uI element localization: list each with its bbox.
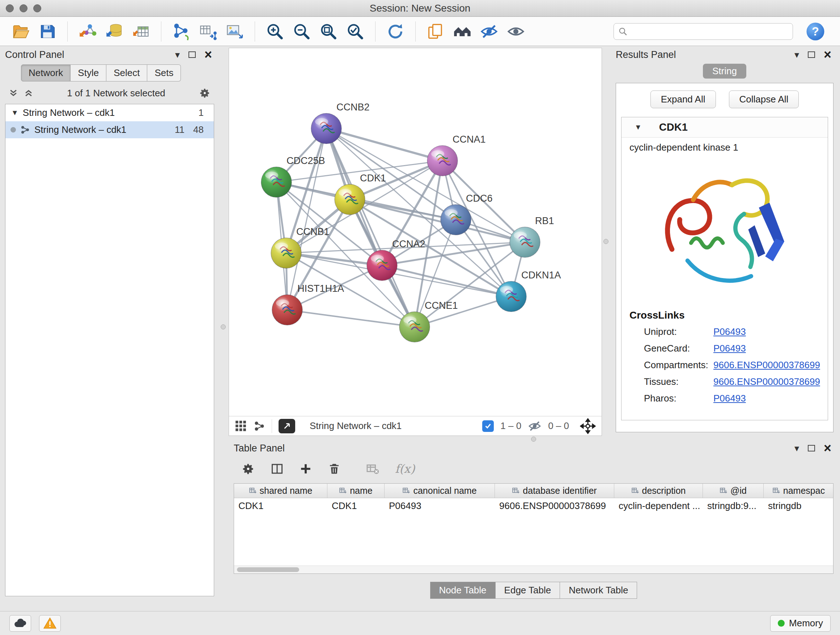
control-tab-sets[interactable]: Sets	[147, 65, 181, 81]
horizontal-scrollbar[interactable]	[234, 565, 833, 573]
save-session-button[interactable]	[35, 19, 59, 43]
protein-section-header[interactable]: ▼ CDK1	[622, 117, 828, 138]
toolbar-separator	[161, 21, 161, 42]
table-body: CDK1CDK1P064939606.ENSP00000378699cyclin…	[234, 498, 833, 513]
tab-network-table[interactable]: Network Table	[560, 582, 637, 599]
open-session-button[interactable]	[9, 19, 33, 43]
warning-button[interactable]	[39, 615, 61, 632]
panel-float-icon[interactable]	[808, 445, 815, 451]
crosslink-link[interactable]: 9606.ENSP00000378699	[714, 376, 820, 387]
network-overview-icon[interactable]	[254, 420, 265, 432]
scrollbar-thumb[interactable]	[237, 567, 299, 572]
control-tab-style[interactable]: Style	[71, 65, 106, 81]
import-table-button[interactable]	[129, 19, 153, 43]
crosslink-link[interactable]: P06493	[714, 343, 746, 354]
node-label-RB1: RB1	[535, 215, 554, 226]
zoom-fit-button[interactable]	[317, 19, 340, 43]
import-network-database-button[interactable]	[103, 19, 126, 43]
cloud-button[interactable]	[9, 615, 31, 632]
network-collection-row[interactable]: ▼ String Network – cdk1 1	[5, 104, 214, 121]
collapse-all-button[interactable]: Collapse All	[729, 90, 799, 108]
column-header-shared-name[interactable]: shared name	[234, 484, 327, 498]
column-header--id[interactable]: @id	[703, 484, 764, 498]
crosslink-link[interactable]: P06493	[714, 393, 746, 404]
zoom-out-button[interactable]	[290, 19, 314, 43]
panel-close-icon[interactable]: ×	[824, 48, 831, 61]
panel-close-icon[interactable]: ×	[204, 48, 212, 61]
grid-view-icon[interactable]	[235, 420, 247, 432]
node-label-CDKN1A: CDKN1A	[521, 270, 561, 280]
expand-triangle-icon[interactable]: ▼	[11, 109, 19, 117]
memory-button[interactable]: Memory	[770, 615, 831, 632]
export-image-button[interactable]	[223, 19, 247, 43]
hidden-eye-slash-icon[interactable]	[528, 419, 542, 433]
birdseye-toggle-button[interactable]	[279, 419, 295, 433]
network-glyph-icon	[20, 125, 30, 135]
column-header-description[interactable]: description	[614, 484, 703, 498]
search-field[interactable]	[614, 23, 793, 40]
panel-float-icon[interactable]	[188, 51, 196, 58]
crosslink-link[interactable]: 9606.ENSP00000378699	[714, 359, 820, 371]
clone-network-button[interactable]	[169, 19, 193, 43]
bottom-splitter-handle[interactable]	[531, 437, 536, 442]
import-network-file-button[interactable]	[76, 19, 99, 43]
crosslink-row: Pharos:P06493	[622, 390, 828, 407]
table-cell[interactable]: stringdb:9...	[703, 500, 764, 511]
window-close-button[interactable]	[6, 4, 14, 12]
add-column-icon[interactable]	[300, 463, 312, 475]
tab-string[interactable]: String	[703, 64, 746, 79]
control-tab-network[interactable]: Network	[21, 65, 71, 81]
show-columns-icon[interactable]	[271, 462, 284, 475]
collapse-all-icon[interactable]	[9, 88, 18, 98]
column-header-canonical-name[interactable]: canonical name	[385, 484, 495, 498]
panel-collapse-icon[interactable]: ▾	[794, 50, 799, 59]
network-row-selected[interactable]: String Network – cdk1 11 48	[5, 121, 214, 138]
network-from-table-button[interactable]	[196, 19, 220, 43]
control-tab-select[interactable]: Select	[106, 65, 147, 81]
panel-collapse-icon[interactable]: ▾	[175, 50, 180, 59]
expand-all-icon[interactable]	[24, 88, 33, 98]
column-header-database-identifier[interactable]: database identifier	[495, 484, 614, 498]
column-header-namespac[interactable]: namespac	[764, 484, 834, 498]
table-cell[interactable]: 9606.ENSP00000378699	[495, 500, 614, 511]
table-cell[interactable]: cyclin-dependent ...	[614, 500, 703, 511]
pan-crosshair-icon[interactable]	[580, 418, 596, 434]
crosslink-row: GeneCard:P06493	[622, 340, 828, 356]
crosslink-link[interactable]: P06493	[714, 326, 746, 337]
selected-checkbox-icon[interactable]	[482, 420, 494, 432]
table-cell[interactable]: CDK1	[234, 500, 327, 511]
node-label-CDK1: CDK1	[360, 173, 386, 184]
left-splitter-handle[interactable]	[221, 325, 226, 329]
column-header-name[interactable]: name	[327, 484, 385, 498]
panel-close-icon[interactable]: ×	[824, 442, 831, 455]
right-splitter-handle[interactable]	[603, 239, 608, 244]
gear-icon[interactable]	[242, 462, 255, 475]
section-expand-triangle-icon[interactable]: ▼	[635, 123, 642, 131]
table-cell[interactable]: stringdb	[764, 500, 834, 511]
table-cell[interactable]: P06493	[385, 500, 495, 511]
panel-float-icon[interactable]	[808, 51, 815, 58]
tab-node-table[interactable]: Node Table	[430, 582, 496, 599]
table-row[interactable]: CDK1CDK1P064939606.ENSP00000378699cyclin…	[234, 498, 833, 513]
tab-edge-table[interactable]: Edge Table	[496, 582, 561, 599]
zoom-in-button[interactable]	[263, 19, 287, 43]
delete-table-icon[interactable]	[366, 462, 379, 475]
hide-selected-button[interactable]	[477, 19, 501, 43]
copy-style-button[interactable]	[424, 19, 447, 43]
panel-collapse-icon[interactable]: ▾	[794, 443, 799, 453]
delete-column-icon[interactable]	[328, 462, 341, 475]
window-zoom-button[interactable]	[33, 4, 41, 12]
show-all-button[interactable]	[504, 19, 528, 43]
table-cell[interactable]: CDK1	[327, 500, 385, 511]
zoom-selected-button[interactable]	[343, 19, 367, 43]
memory-label: Memory	[789, 618, 823, 629]
gear-icon[interactable]	[199, 87, 210, 99]
network-canvas[interactable]: CCNB2CCNA1CDC25BCDK1CDC6RB1CCNB1CCNA2CDK…	[229, 48, 602, 416]
search-input[interactable]	[630, 26, 788, 37]
first-neighbors-button[interactable]	[450, 19, 474, 43]
help-button[interactable]: ?	[805, 21, 826, 42]
apply-layout-button[interactable]	[384, 19, 407, 43]
window-minimize-button[interactable]	[19, 4, 27, 12]
expand-all-button[interactable]: Expand All	[651, 90, 716, 108]
function-builder-icon[interactable]: f(x)	[395, 462, 415, 476]
